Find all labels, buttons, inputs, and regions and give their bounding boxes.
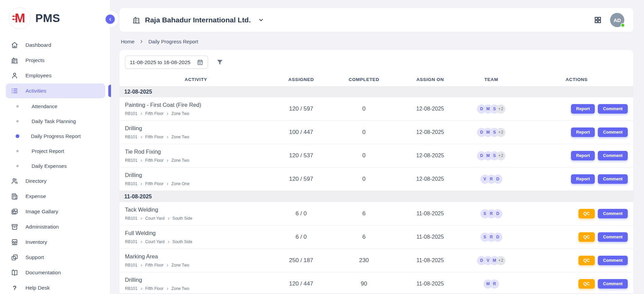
sidebar-item-projects[interactable]: Projects [6,53,105,68]
assigned-value: 120 / 597 [272,105,330,112]
report-button[interactable]: Report [571,104,595,114]
date-range-input[interactable] [130,59,193,65]
qc-button[interactable]: QC [578,209,595,218]
comment-button[interactable]: Comment [598,151,628,160]
activity-location: RB101Fifth FloorZone Two [125,158,272,163]
sidebar-item-inventory[interactable]: Inventory [6,235,105,250]
team-more-badge[interactable]: +2 [496,256,505,265]
report-button[interactable]: Report [571,174,595,184]
table-row: Tack WeldingRB101Court YardSouth Side6 /… [119,202,633,226]
comment-button[interactable]: Comment [598,256,628,265]
company-selector[interactable]: Raja Bahadur International Ltd. [132,16,264,24]
activity-title: Marking Area [125,253,272,260]
assigned-value: 120 / 447 [272,280,330,287]
activity-cell: Marking AreaRB101Fifth FloorZone Two [119,253,272,268]
assign-on-value: 11-08-2025 [398,281,462,287]
sidebar-item-directory[interactable]: Directory [6,174,105,189]
sidebar-item-label: Help Desk [25,285,101,291]
completed-value: 90 [330,280,398,287]
image-icon [11,208,19,216]
table-row: Marking AreaRB101Fifth FloorZone Two250 … [119,249,633,272]
activity-cell: DrillingRB101Fifth FloorZone Two [119,125,272,139]
chevron-right-icon [166,182,169,185]
date-range-picker[interactable] [125,56,208,69]
chevron-right-icon [140,287,143,290]
activity-location: RB101Fifth FloorZone Two [125,111,272,116]
report-button[interactable]: Report [571,128,595,137]
qc-button[interactable]: QC [578,256,595,265]
user-menu[interactable]: AD [610,13,624,27]
sidebar-item-label: Inventory [25,239,101,245]
calendar-icon[interactable] [197,59,203,65]
help-icon: ?? [11,284,19,292]
activity-cell: Full WeldingRB101Court YardSouth Side [119,230,272,244]
actions-cell: QCComment [520,279,633,289]
comment-button[interactable]: Comment [598,209,628,218]
comment-button[interactable]: Comment [598,279,628,289]
sidebar-item-image-gallary[interactable]: Image Gallary [6,204,105,219]
sidebar-subitem-attendance[interactable]: Attendance [0,99,110,114]
column-activity: Activity [119,77,272,82]
activity-cell: DrillingRB101Fifth FloorZone One [119,172,272,186]
activity-cell: Tie Rod FixingRB101Fifth FloorZone Two [119,149,272,163]
team-more-badge[interactable]: +2 [496,104,505,114]
comment-button[interactable]: Comment [598,232,628,242]
comment-button[interactable]: Comment [598,104,628,114]
sidebar-item-administration[interactable]: Administration [6,219,105,234]
sidebar-subitem-project-report[interactable]: Project Report [0,143,110,158]
chevron-right-icon [140,182,143,185]
qc-button[interactable]: QC [578,279,595,289]
person-icon [11,72,19,80]
actions-cell: QCComment [520,232,633,242]
sidebar-item-documentation[interactable]: Documentation [6,265,105,280]
breadcrumb-home[interactable]: Home [121,39,134,44]
sidebar-item-dashboard[interactable]: Dashboard [6,38,105,53]
sidebar-item-support[interactable]: Support [6,250,105,265]
logo-mark-icon: M [9,7,31,29]
chevron-left-icon [108,17,112,21]
sidebar-subitem-label: Daily Expenses [32,163,67,169]
table-row: Painting - First Coat (Fire Red)RB101Fif… [119,97,633,121]
breadcrumb: Home Daily Progress Report [119,32,633,50]
sidebar-collapse-button[interactable] [106,15,115,24]
team-more-badge[interactable]: +2 [496,128,505,137]
sidebar-subitem-daily-expenses[interactable]: Daily Expenses [0,158,110,173]
sidebar-subitem-daily-task-planning[interactable]: Daily Task Planning [0,114,110,129]
archive-icon [11,223,19,231]
activity-title: Drilling [125,125,272,132]
filter-icon[interactable] [216,59,223,66]
main-area: Raja Bahadur International Ltd. AD [110,0,644,294]
chevron-right-icon [166,264,169,267]
sidebar-item-activities[interactable]: Activities [6,83,105,98]
activity-location: RB101Fifth FloorZone Two [125,263,272,268]
sidebar-item-label: Expense [25,193,101,199]
qc-button[interactable]: QC [578,232,595,242]
sidebar-item-label: Image Gallary [25,209,101,215]
comment-button[interactable]: Comment [598,174,628,184]
comment-button[interactable]: Comment [598,128,628,137]
chevron-right-icon [139,39,144,44]
chevron-right-icon [140,159,143,162]
assign-on-value: 11-08-2025 [398,234,462,240]
report-button[interactable]: Report [571,151,595,160]
column-team: Team [462,77,520,82]
team-cell: DMS+2 [462,128,520,137]
completed-value: 6 [330,210,398,217]
sidebar-item-employees[interactable]: Employees [6,68,105,83]
completed-value: 6 [330,234,398,240]
topbar-right: AD [594,13,624,27]
sidebar-item-expense[interactable]: Expense [6,189,105,204]
date-group-header: 11-08-2025 [119,191,633,202]
column-assign-on: Assign On [398,77,462,82]
sidebar-item-help-desk[interactable]: ??Help Desk [6,280,105,294]
sidebar-subitem-daily-progress-report[interactable]: Daily Progress Report [0,129,110,143]
team-more-badge[interactable]: +2 [496,151,505,160]
bullet-dot-icon [16,120,19,122]
activity-title: Full Welding [125,230,272,236]
location-segment: Fifth Floor [145,181,164,186]
apps-grid-icon[interactable] [594,16,602,24]
sidebar-item-label: Administration [25,224,101,230]
location-segment: Zone Two [171,263,189,268]
topbar: Raja Bahadur International Ltd. AD [119,8,633,32]
app-root: M PMS DashboardProjectsEmployeesActiviti… [0,0,644,294]
